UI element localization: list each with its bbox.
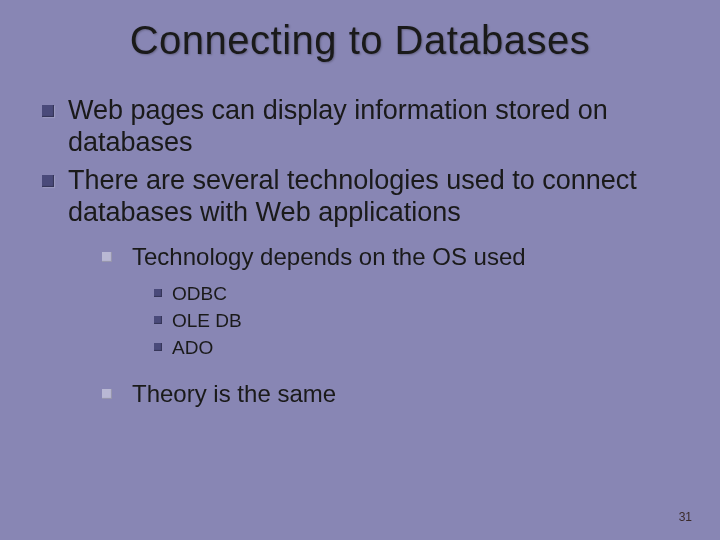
square-bullet-icon [102,252,112,262]
bullet-text: ODBC [172,283,227,304]
bullet-level1: Web pages can display information stored… [40,95,680,159]
bullet-level3: OLE DB [40,309,680,334]
bullet-text: Theory is the same [132,380,336,407]
bullet-level1: There are several technologies used to c… [40,165,680,229]
slide-title: Connecting to Databases [40,18,680,63]
square-bullet-icon [102,389,112,399]
bullet-text: There are several technologies used to c… [68,165,637,227]
bullet-text: Technology depends on the OS used [132,243,526,270]
bullet-level2: Theory is the same [40,379,680,409]
square-bullet-icon [154,289,162,297]
square-bullet-icon [42,105,54,117]
bullet-text: ADO [172,337,213,358]
bullet-level2: Technology depends on the OS used [40,242,680,272]
slide: Connecting to Databases Web pages can di… [0,0,720,540]
square-bullet-icon [154,343,162,351]
square-bullet-icon [154,316,162,324]
bullet-level3: ADO [40,336,680,361]
square-bullet-icon [42,175,54,187]
page-number: 31 [679,510,692,524]
bullet-text: OLE DB [172,310,242,331]
bullet-level3: ODBC [40,282,680,307]
bullet-text: Web pages can display information stored… [68,95,608,157]
